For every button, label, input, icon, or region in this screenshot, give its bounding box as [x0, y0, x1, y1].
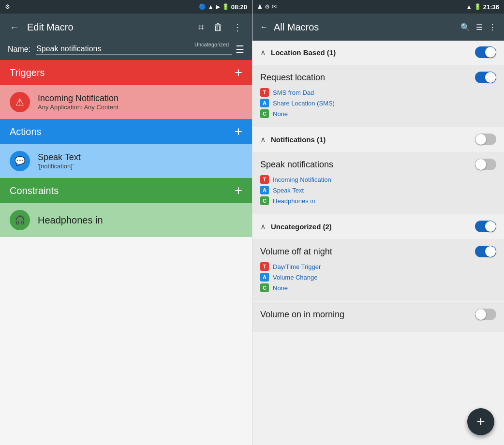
macro-card-volume-on-morning[interactable]: Volume on in morning [252, 302, 504, 332]
macro-toggle[interactable] [475, 246, 496, 257]
headphones-icon: 🎧 [10, 210, 30, 230]
macro-card-request-location[interactable]: Request location T SMS from Dad A Share … [252, 65, 504, 127]
search-button[interactable]: 🔍 [460, 23, 470, 32]
tag-label: Headphones in [273, 197, 315, 205]
warning-symbol: ⚠ [15, 96, 24, 108]
category-list-icon[interactable]: ☰ [236, 44, 244, 55]
category-header-location-based[interactable]: ∧ Location Based (1) [252, 41, 504, 64]
macro-title: Speak notifications [260, 160, 475, 170]
macro-list: ∧ Location Based (1) Request location T … [252, 41, 504, 445]
right-settings-icon: ⚙ [265, 3, 270, 10]
tag-t-badge: T [260, 175, 269, 184]
signal-icon: ▲ [208, 3, 214, 10]
add-trigger-button[interactable]: + [235, 65, 242, 80]
list-view-button[interactable]: ☰ [476, 23, 483, 32]
share-button[interactable]: ⌗ [196, 20, 206, 35]
left-back-button[interactable]: ← [8, 20, 21, 35]
battery-icon: 🔋 [222, 3, 229, 10]
mail-icon: ✉ [272, 3, 277, 10]
category-header-notifications[interactable]: ∧ Notifications (1) [252, 128, 504, 151]
tag-a-badge: A [260, 186, 269, 194]
right-status-right-icons: ▲ 🔋 21:36 [466, 3, 499, 11]
add-macro-fab[interactable]: + [467, 408, 494, 435]
add-constraint-button[interactable]: + [235, 183, 242, 198]
action-item[interactable]: 💬 Speak Text '[notification]' [0, 144, 252, 178]
tag-row: C Headphones in [260, 196, 496, 205]
right-battery-icon: 🔋 [474, 3, 481, 10]
macro-card-volume-off-night[interactable]: Volume off at night T Day/Time Trigger A… [252, 239, 504, 301]
macro-card-speak-notifications[interactable]: Speak notifications T Incoming Notificat… [252, 152, 504, 214]
uncategorized-label: Uncategorized [194, 42, 229, 47]
tag-label: Volume Change [273, 274, 318, 281]
tag-label: SMS from Dad [273, 89, 314, 96]
action-text-block: Speak Text '[notification]' [38, 152, 81, 170]
settings-icon: ⚙ [5, 3, 10, 10]
macro-toggle[interactable] [475, 72, 496, 83]
tag-a-badge: A [260, 99, 269, 107]
macro-title-row: Request location [260, 72, 496, 83]
headphones-symbol: 🎧 [15, 215, 25, 225]
name-prefix-label: Name: [8, 45, 30, 54]
right-more-button[interactable]: ⋮ [489, 23, 496, 32]
constraints-label: Constraints [10, 185, 59, 196]
left-panel: ⚙ 🔵 ▲ ▶ 🔋 08:20 ← Edit Macro ⌗ 🗑 ⋮ Uncat… [0, 0, 252, 445]
macro-title-row: Speak notifications [260, 159, 496, 170]
right-content-wrapper: ∧ Location Based (1) Request location T … [252, 41, 504, 445]
chevron-down-icon: ∧ [260, 135, 266, 144]
tag-c-badge: C [260, 283, 269, 292]
tag-label: Share Location (SMS) [273, 100, 335, 107]
macro-title-row: Volume on in morning [260, 309, 496, 320]
right-back-button[interactable]: ← [260, 23, 268, 31]
tag-label: None [273, 110, 288, 118]
category-header-uncategorized[interactable]: ∧ Uncategorized (2) [252, 215, 504, 238]
tag-a-badge: A [260, 273, 269, 282]
category-toggle[interactable] [475, 46, 496, 58]
left-status-left-icons: ⚙ [5, 3, 10, 10]
right-panel: ♟ ⚙ ✉ ▲ 🔋 21:36 ← All Macros 🔍 ☰ ⋮ ∧ Loc… [252, 0, 504, 445]
right-app-title: All Macros [274, 22, 455, 33]
add-action-button[interactable]: + [235, 124, 242, 139]
tag-c-badge: C [260, 109, 269, 118]
chevron-down-icon: ∧ [260, 48, 266, 57]
tag-row: A Speak Text [260, 186, 496, 194]
left-time: 08:20 [231, 3, 247, 11]
macro-toggle[interactable] [475, 159, 496, 170]
name-bar: Uncategorized Name: Speak notifications … [0, 41, 252, 60]
macro-toggle[interactable] [475, 309, 496, 320]
action-subtitle: '[notification]' [38, 163, 81, 170]
trigger-warning-icon: ⚠ [10, 92, 30, 112]
more-options-button[interactable]: ⋮ [231, 19, 244, 35]
trigger-item[interactable]: ⚠ Incoming Notification Any Application:… [0, 85, 252, 119]
tag-label: Incoming Notification [273, 176, 331, 183]
action-title: Speak Text [38, 152, 81, 163]
left-app-bar: ← Edit Macro ⌗ 🗑 ⋮ [0, 14, 252, 41]
tag-row: T Incoming Notification [260, 175, 496, 184]
category-toggle[interactable] [475, 134, 496, 145]
category-title: Location Based (1) [271, 48, 470, 57]
tag-row: A Volume Change [260, 273, 496, 282]
trigger-text-block: Incoming Notification Any Application: A… [38, 93, 119, 111]
tag-t-badge: T [260, 88, 269, 97]
tag-row: A Share Location (SMS) [260, 99, 496, 107]
actions-label: Actions [10, 126, 42, 137]
constraint-item[interactable]: 🎧 Headphones in [0, 203, 252, 237]
left-app-title: Edit Macro [27, 22, 191, 33]
trigger-subtitle: Any Application: Any Content [38, 104, 119, 111]
network-icon: ▶ [216, 3, 220, 10]
category-title: Notifications (1) [271, 135, 470, 144]
right-signal-icon: ▲ [466, 3, 472, 10]
constraints-section-header: Constraints + [0, 178, 252, 203]
right-status-left-icons: ♟ ⚙ ✉ [257, 3, 277, 10]
macro-title-row: Volume off at night [260, 246, 496, 257]
category-toggle[interactable] [475, 221, 496, 232]
category-title: Uncategorized (2) [271, 222, 470, 231]
right-app-bar: ← All Macros 🔍 ☰ ⋮ [252, 14, 504, 41]
chat-icon: 💬 [15, 156, 25, 166]
chevron-down-icon: ∧ [260, 222, 266, 231]
macro-title: Volume on in morning [260, 310, 475, 320]
tag-row: C None [260, 283, 496, 292]
left-status-right-icons: 🔵 ▲ ▶ 🔋 08:20 [199, 3, 247, 11]
constraint-title: Headphones in [38, 215, 103, 226]
delete-button[interactable]: 🗑 [211, 20, 225, 35]
tag-t-badge: T [260, 262, 269, 271]
